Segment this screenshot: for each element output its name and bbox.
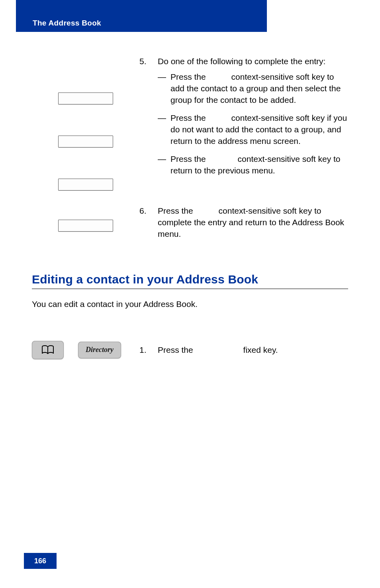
step-6-softkeys-column xyxy=(32,205,139,232)
open-book-icon xyxy=(41,344,55,356)
chapter-title: The Address Book xyxy=(33,19,101,27)
dash: — xyxy=(158,71,170,106)
step-number: 5. xyxy=(139,56,158,183)
step-6-pre: Press the xyxy=(158,206,193,215)
edit-step-1-row: Directory 1. Press the fixed key. xyxy=(32,341,348,359)
step-5-intro: Do one of the following to complete the … xyxy=(158,57,325,66)
step-5-sub-2: — Press the context-sensitive soft key i… xyxy=(158,112,348,147)
directory-icon-key[interactable] xyxy=(32,341,64,359)
page-container: The Address Book 5. Do one of the follow… xyxy=(0,0,380,588)
sub-text-pre: Press the xyxy=(170,154,206,163)
directory-key-group: Directory xyxy=(32,341,139,359)
step-5-row: 5. Do one of the following to complete t… xyxy=(32,56,348,197)
directory-key-label: Directory xyxy=(86,346,114,354)
chapter-header: The Address Book xyxy=(16,14,267,32)
step-number: 1. xyxy=(139,345,158,355)
step-5-text-column: 5. Do one of the following to complete t… xyxy=(139,56,348,197)
sub-text-pre: Press the xyxy=(170,113,206,122)
page-content: 5. Do one of the following to complete t… xyxy=(32,56,348,359)
sub-text-pre: Press the xyxy=(170,72,206,81)
step-1-post: fixed key. xyxy=(241,345,278,354)
step-6-row: 6. Press the context-sensitive soft key … xyxy=(32,205,348,254)
page-number: 166 xyxy=(34,557,46,565)
step-5-sub-3: — Press the context-sensitive soft key t… xyxy=(158,153,348,177)
step-number: 6. xyxy=(139,205,158,240)
header-stripe xyxy=(16,0,267,14)
page-number-tab: 166 xyxy=(24,553,57,569)
softkey-button-blank[interactable] xyxy=(58,136,113,147)
step-6: 6. Press the context-sensitive soft key … xyxy=(139,205,348,240)
directory-label-key[interactable]: Directory xyxy=(78,342,121,358)
step-5-sub-1: — Press the context-sensitive soft key t… xyxy=(158,71,348,106)
section-heading: Editing a contact in your Address Book xyxy=(32,273,348,286)
edit-step-1-text: 1. Press the fixed key. xyxy=(139,345,348,355)
softkey-button-blank[interactable] xyxy=(58,220,113,232)
dash: — xyxy=(158,153,170,177)
step-1-pre: Press the xyxy=(158,345,193,354)
step-5-softkeys-column xyxy=(32,56,139,191)
step-5: 5. Do one of the following to complete t… xyxy=(139,56,348,183)
softkey-button-blank[interactable] xyxy=(58,92,113,104)
softkey-button-blank[interactable] xyxy=(58,179,113,191)
dash: — xyxy=(158,112,170,147)
heading-rule xyxy=(32,289,348,289)
section-intro: You can edit a contact in your Address B… xyxy=(32,299,348,309)
step-6-text-column: 6. Press the context-sensitive soft key … xyxy=(139,205,348,254)
